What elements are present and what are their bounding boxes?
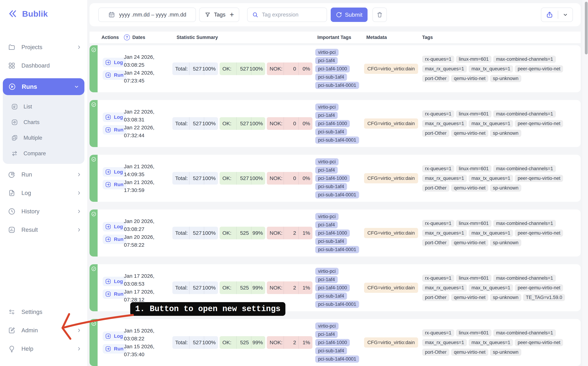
check-circle-icon (91, 211, 97, 217)
log-button[interactable]: Log (103, 58, 126, 67)
chevron-right-icon (76, 227, 82, 233)
login-icon (105, 333, 111, 340)
clear-filters-button[interactable] (372, 8, 387, 22)
metadata-badge: CFG=virtio_virtio:dain (364, 64, 418, 74)
important-tag-badge: virtio-pci (315, 49, 339, 56)
tags: rx-queues=1linux-mm=601max-combined-chan… (421, 209, 571, 257)
run-end-date: Jan 21 2026, 17:30:59 (124, 178, 172, 194)
scrollbar-track[interactable] (582, 0, 588, 366)
stat-nok: NOK:21% (267, 282, 312, 294)
sidebar-subitem-label: Multiple (23, 135, 42, 141)
statistic-summary: Total:527100% OK:527100% NOK:00% (172, 45, 315, 92)
chevron-right-icon (76, 346, 82, 352)
sidebar-item-help[interactable]: Help (0, 343, 87, 355)
sidebar-item-runs[interactable]: Runs (3, 78, 85, 95)
admin-icon (8, 326, 16, 335)
sidebar-item-result[interactable]: Result (0, 224, 87, 236)
scrollbar-thumb[interactable] (585, 2, 588, 54)
column-header-dates: Dates (132, 35, 145, 40)
stat-nok: NOK:00% (267, 117, 312, 130)
sidebar: Bublik Projects Dashboard Runs List Char… (0, 0, 87, 366)
stat-ok: OK:52599% (220, 336, 265, 349)
tag-badge: max-combined-channels=1 (493, 165, 556, 172)
search-icon (252, 11, 259, 18)
tag-badge: max_rx_queues=1 (422, 284, 467, 291)
stat-nok: NOK:21% (267, 227, 312, 239)
collapse-sidebar-icon[interactable] (8, 9, 17, 19)
metadata: CFG=virtio_virtio:dain (364, 319, 421, 366)
login-icon (105, 345, 111, 352)
refresh-icon (336, 12, 342, 18)
tag-badge: sp-unknown (490, 349, 521, 356)
date-range-input[interactable]: yyyy .mm.dd – yyyy .mm.dd (98, 8, 196, 22)
sidebar-item-settings[interactable]: Settings (0, 306, 87, 318)
important-tag-badge: pci-1af4-1000 (315, 120, 350, 127)
run-dates: Jan 20 2026, 03:08:27 Jan 20 2026, 07:58… (124, 209, 172, 257)
sidebar-item-label: Run (21, 171, 32, 178)
log-file-icon (8, 189, 16, 197)
run-button[interactable]: Run (103, 235, 127, 244)
metadata-badge: CFG=virtio_virtio:dain (364, 337, 418, 348)
run-start-date: Jan 20 2026, 03:08:27 (124, 217, 172, 233)
tag-badge: max_rx_queues=1 (422, 175, 467, 182)
sidebar-item-run[interactable]: Run (0, 169, 87, 180)
log-button[interactable]: Log (103, 331, 126, 341)
chart-icon (11, 119, 18, 126)
export-menu-button[interactable] (541, 8, 573, 22)
tags: rx-queues=1linux-mm=601max-combined-chan… (421, 100, 571, 147)
submit-button[interactable]: Submit (331, 8, 368, 22)
sidebar-item-log[interactable]: Log (0, 187, 87, 199)
tag-badge: linux-mm=601 (456, 329, 491, 336)
tag-badge: max_rx_queues=1 (422, 120, 467, 127)
dates-help-icon[interactable]: ? (124, 34, 130, 40)
sidebar-item-label: Settings (21, 309, 42, 315)
log-button[interactable]: Log (103, 277, 126, 286)
table-header: Actions ? Dates Statistic Summary Import… (90, 31, 581, 43)
run-button[interactable]: Run (103, 344, 127, 354)
run-button[interactable]: Run (103, 180, 127, 189)
tags-filter-button[interactable]: Tags + (199, 8, 239, 22)
log-button[interactable]: Log (103, 167, 126, 177)
check-circle-icon (91, 321, 97, 326)
sidebar-subitem-charts[interactable]: Charts (3, 118, 85, 126)
tag-badge: port-Other (422, 184, 449, 192)
date-range-placeholder: yyyy .mm.dd – yyyy .mm.dd (119, 12, 186, 18)
sidebar-item-dashboard[interactable]: Dashboard (0, 60, 87, 71)
run-start-date: Jan 15 2026, 03:08:22 (124, 327, 172, 343)
important-tags: virtio-pcipci-1af4pci-1af4-1000pci-sub-1… (315, 209, 364, 257)
tags-button-label: Tags (214, 12, 225, 18)
log-button[interactable]: Log (103, 113, 126, 122)
tag-badge: port-Other (422, 349, 449, 356)
sidebar-item-history[interactable]: History (0, 206, 87, 217)
important-tag-badge: pci-1af4-1000 (315, 65, 350, 72)
column-header-metadata: Metadata (364, 35, 421, 40)
run-button[interactable]: Run (103, 289, 127, 299)
important-tag-badge: virtio-pci (315, 322, 339, 330)
log-button[interactable]: Log (103, 222, 126, 231)
run-status-bar (90, 100, 98, 147)
result-icon (8, 226, 16, 234)
stat-total: Total:527100% (172, 117, 218, 130)
run-status-bar (90, 319, 98, 366)
tag-badge: max_tx_queues=1 (469, 284, 513, 291)
tag-badge: max_rx_queues=1 (422, 65, 467, 72)
important-tag-badge: pci-1af4-1000 (315, 339, 350, 346)
filter-funnel-icon (204, 12, 211, 18)
check-circle-icon (91, 266, 97, 272)
sidebar-subitem-list[interactable]: List (3, 103, 85, 111)
tag-badge: peer-qemu-virtio-net (515, 120, 563, 127)
sidebar-item-admin[interactable]: Admin (0, 325, 87, 336)
important-tag-badge: pci-1af4 (315, 57, 338, 64)
run-status-bar (90, 45, 98, 92)
important-tag-badge: virtio-pci (315, 268, 339, 275)
sidebar-item-projects[interactable]: Projects (0, 41, 87, 53)
tag-expression-input[interactable] (262, 12, 322, 18)
run-row: Log Run Jan 20 2026, 03:08:27 Jan 20 202… (90, 209, 581, 257)
run-button[interactable]: Run (103, 70, 127, 80)
help-icon (8, 345, 16, 353)
login-icon (105, 114, 111, 121)
sidebar-subitem-multiple[interactable]: Multiple (3, 134, 85, 142)
chevron-down-icon (562, 12, 568, 18)
sidebar-subitem-compare[interactable]: Compare (3, 150, 85, 158)
run-button[interactable]: Run (103, 125, 127, 135)
